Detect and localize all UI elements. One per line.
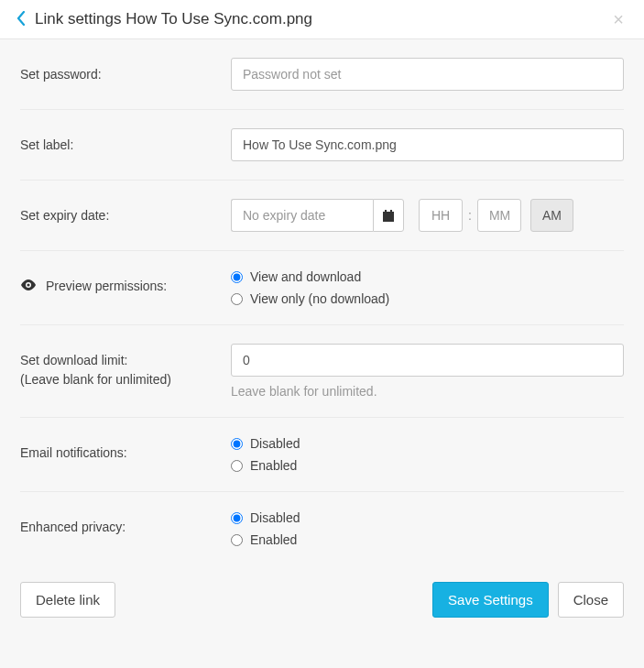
expiry-date-input[interactable] — [231, 199, 373, 232]
radio-email-disabled[interactable]: Disabled — [231, 436, 624, 451]
svg-rect-4 — [384, 214, 393, 221]
radio-privacy-enabled[interactable]: Enabled — [231, 532, 624, 547]
row-expiry: Set expiry date: : AM — [20, 181, 624, 251]
svg-rect-3 — [390, 210, 392, 213]
row-download-limit: Set download limit: (Leave blank for unl… — [20, 325, 624, 418]
expiry-hour-input[interactable] — [419, 199, 463, 232]
label-enhanced-privacy: Enhanced privacy: — [20, 510, 231, 547]
row-password: Set password: — [20, 39, 624, 110]
label-password: Set password: — [20, 58, 231, 91]
radio-view-only[interactable]: View only (no download) — [231, 291, 624, 306]
row-preview-permissions: Preview permissions: View and download V… — [20, 251, 624, 325]
modal-header: Link settings How To Use Sync.com.png × — [0, 0, 644, 39]
label-download-limit: Set download limit: (Leave blank for unl… — [20, 344, 231, 399]
download-limit-input[interactable] — [231, 344, 624, 377]
eye-icon — [20, 279, 37, 293]
close-button[interactable]: Close — [558, 582, 624, 618]
radio-view-download[interactable]: View and download — [231, 269, 624, 284]
label-expiry: Set expiry date: — [20, 199, 231, 232]
row-enhanced-privacy: Enhanced privacy: Disabled Enabled — [20, 492, 624, 565]
radio-email-enabled[interactable]: Enabled — [231, 458, 624, 473]
close-icon[interactable]: × — [613, 10, 624, 28]
expiry-minute-input[interactable] — [477, 199, 521, 232]
modal-body: Set password: Set label: Set expiry date… — [0, 39, 644, 565]
radio-privacy-disabled[interactable]: Disabled — [231, 510, 624, 525]
modal-title: Link settings How To Use Sync.com.png — [35, 10, 613, 28]
row-label: Set label: — [20, 110, 624, 181]
back-icon[interactable] — [16, 11, 26, 28]
link-settings-modal: Link settings How To Use Sync.com.png × … — [0, 0, 644, 668]
time-separator: : — [463, 208, 477, 223]
calendar-button[interactable] — [373, 199, 404, 232]
label-email-notifications: Email notifications: — [20, 436, 231, 473]
download-limit-help: Leave blank for unlimited. — [231, 384, 624, 399]
svg-point-6 — [27, 283, 29, 286]
svg-rect-2 — [385, 210, 387, 213]
password-input[interactable] — [231, 58, 624, 91]
label-input[interactable] — [231, 128, 624, 161]
modal-footer: Delete link Save Settings Close — [0, 565, 644, 634]
label-label: Set label: — [20, 128, 231, 161]
save-settings-button[interactable]: Save Settings — [432, 582, 549, 618]
label-preview: Preview permissions: — [20, 269, 231, 306]
ampm-toggle[interactable]: AM — [530, 199, 573, 232]
row-email-notifications: Email notifications: Disabled Enabled — [20, 418, 624, 492]
calendar-icon — [383, 210, 394, 222]
delete-link-button[interactable]: Delete link — [20, 582, 115, 618]
